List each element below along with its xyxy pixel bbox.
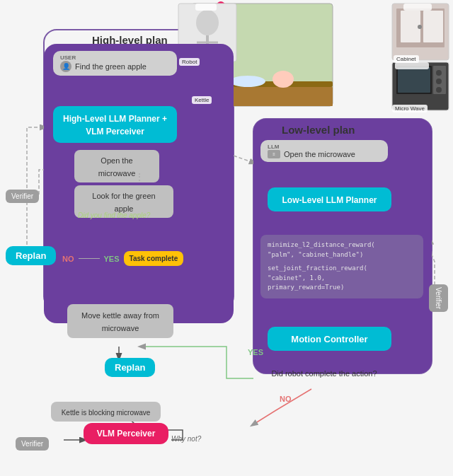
verifier-left: Verifier — [6, 190, 39, 203]
why-not-label: Why not? — [171, 435, 201, 443]
svg-point-27 — [273, 71, 294, 88]
replan-left-button[interactable]: Replan — [6, 246, 56, 265]
verifier-bottom: Verifier — [16, 437, 49, 451]
user-bubble: USER 👤 Find the green apple — [53, 51, 177, 76]
user-avatar: 👤 — [60, 61, 71, 72]
svg-point-20 — [193, 13, 218, 44]
cabinet-thumb-label: Cabinet — [394, 55, 419, 63]
yes-right-label: YES — [248, 348, 263, 356]
robot-thumb-label: Robot — [179, 58, 200, 66]
svg-rect-51 — [395, 62, 429, 69]
svg-rect-41 — [423, 11, 443, 42]
low-level-planner-box: Low-Level LLM Planner — [268, 187, 391, 211]
replan-mid-button[interactable]: Replan — [105, 358, 155, 377]
svg-point-29 — [217, 1, 225, 10]
vlm-perceiver-box: VLM Perceiver — [84, 423, 168, 444]
did-find-question: Did you find the apple? — [78, 208, 150, 221]
low-level-title: Low-level plan — [282, 124, 355, 136]
svg-rect-44 — [392, 62, 449, 110]
svg-rect-35 — [195, 4, 217, 11]
svg-point-49 — [436, 79, 442, 84]
open-microwave-step: Open the microwave — [74, 150, 159, 182]
kettle-thumb-label: Kettle — [192, 96, 212, 104]
svg-point-32 — [196, 10, 219, 35]
svg-rect-38 — [392, 4, 449, 60]
ellipsis: ⋮ — [134, 171, 144, 182]
llm-icon: ≡ — [268, 150, 280, 158]
svg-rect-46 — [398, 67, 430, 93]
did-robot-question: Did robot complete the action? — [260, 369, 388, 378]
motion-controller-box: Motion Controller — [268, 327, 391, 351]
svg-point-26 — [230, 76, 265, 87]
task-complete-box: Task complete — [124, 251, 184, 266]
svg-rect-39 — [396, 8, 445, 47]
hlm-planner-box: High-Level LLM Planner + VLM Perceiver — [53, 106, 177, 143]
verifier-right: Verifier — [429, 284, 448, 312]
move-kettle-step: Move kettle away from microwave — [67, 304, 173, 338]
llm-bubble: LLM ≡ Open the microwave — [260, 140, 388, 162]
svg-rect-47 — [433, 66, 446, 94]
svg-rect-40 — [401, 11, 420, 42]
svg-rect-45 — [396, 66, 432, 94]
reward-code-box: minimize_l2_distance_reward( "palm", "ca… — [260, 235, 423, 298]
svg-point-50 — [436, 87, 442, 93]
yes-no-row: NO YES Task complete — [62, 251, 183, 266]
svg-point-42 — [418, 25, 422, 29]
kettle-blocking-text: Kettle is blocking microwave — [51, 402, 161, 422]
no-right-label: NO — [280, 395, 292, 403]
microwave-thumb-label: Micro Wave — [392, 105, 428, 112]
svg-rect-43 — [403, 4, 432, 11]
svg-point-48 — [436, 70, 442, 76]
